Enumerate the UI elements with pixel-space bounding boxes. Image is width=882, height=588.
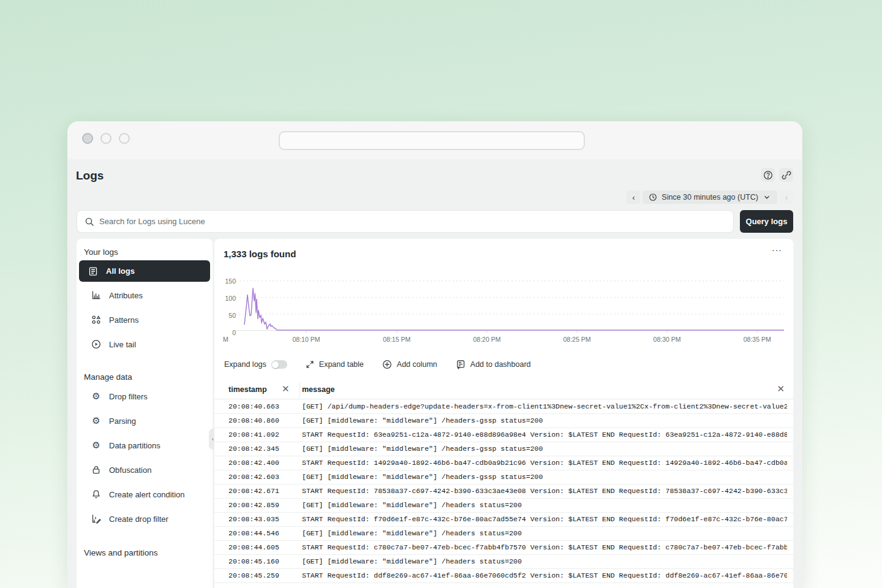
remove-timestamp-column-icon[interactable]: ✕ (282, 385, 290, 394)
log-timestamp: 20:08:43.035 (228, 515, 279, 523)
sidebar-item-drop-filters[interactable]: ⚙ Drop filters (77, 384, 213, 409)
sidebar-item-label: Obfuscation (109, 466, 151, 475)
sidebar-item-label: Patterns (109, 315, 138, 325)
chart-plot-area[interactable] (236, 273, 784, 333)
log-table-row[interactable]: 20:08:42.859 [GET] [middleware: "middlew… (214, 499, 793, 513)
sidebar-item-create-alert-condition[interactable]: Create alert condition (77, 482, 213, 507)
log-timestamp: 20:08:42.400 (228, 459, 279, 467)
log-message: [GET] [middleware: "middleware"] /header… (302, 417, 787, 424)
expand-table-label: Expand table (319, 360, 364, 369)
time-range-label: Since 30 minutes ago (UTC) (662, 193, 758, 202)
column-divider[interactable] (300, 382, 300, 398)
column-header-message[interactable]: message (302, 385, 335, 394)
window-zoom-button[interactable] (119, 133, 130, 144)
sidebar-item-label: Live tail (109, 340, 136, 349)
log-timestamp: 20:08:44.546 (228, 529, 279, 537)
gear-icon: ⚙ (91, 416, 101, 426)
sidebar-item-obfuscation[interactable]: Obfuscation (77, 458, 213, 482)
y-axis-tick-label: 150 (225, 277, 236, 285)
table-header: timestamp ✕ message ✕ (214, 381, 793, 399)
log-timestamp: 20:08:42.603 (228, 473, 279, 481)
dashboard-add-icon (456, 360, 466, 369)
log-table-row[interactable]: 20:08:42.345 [GET] [middleware: "middlew… (214, 442, 793, 456)
sidebar-heading-manage-data: Manage data (77, 356, 213, 384)
chevron-down-icon (763, 193, 771, 202)
log-message: START RequestId: 63ea9251-c12a-4872-9140… (302, 431, 787, 439)
log-table-row[interactable]: 20:08:42.603 [GET] [middleware: "middlew… (214, 470, 793, 484)
window-close-button[interactable] (82, 133, 93, 144)
x-axis-tick-label: 08:30 PM (654, 336, 681, 343)
sidebar-item-all-logs[interactable]: All logs (79, 260, 210, 282)
log-table-row[interactable]: 20:08:40.663 [GET] /api/dump-headers-edg… (214, 400, 793, 414)
log-message: [GET] [middleware: "middleware"] /header… (302, 501, 787, 509)
bell-icon (91, 489, 101, 499)
permalink-button[interactable] (779, 168, 793, 182)
plus-circle-icon (382, 360, 392, 369)
add-column-button[interactable]: Add column (382, 360, 437, 369)
sidebar-item-label: Data partitions (109, 441, 160, 450)
expand-logs-toggle[interactable]: Expand logs (224, 360, 287, 369)
search-input[interactable] (99, 217, 726, 226)
play-circle-icon (91, 339, 101, 349)
add-to-dashboard-button[interactable]: Add to dashboard (456, 360, 531, 369)
sidebar-item-label: Create alert condition (109, 490, 185, 499)
gear-icon: ⚙ (91, 391, 101, 401)
sidebar-item-create-drop-filter[interactable]: Create drop filter (77, 507, 213, 531)
time-range-bar: ‹ Since 30 minutes ago (UTC) › (627, 190, 793, 204)
x-axis-tick-label: 08:35 PM (744, 336, 771, 343)
time-prev-button[interactable]: ‹ (627, 190, 640, 204)
more-options-icon[interactable]: ··· (772, 245, 782, 255)
logs-found-count: 1,333 logs found (224, 249, 296, 259)
window-minimize-button[interactable] (100, 133, 111, 144)
time-range-picker[interactable]: Since 30 minutes ago (UTC) (643, 190, 777, 204)
log-table-row[interactable]: 20:08:44.605 START RequestId: c780c7a7-b… (214, 541, 793, 555)
log-timestamp: 20:08:42.345 (228, 445, 279, 453)
log-message: START RequestId: f70d6e1f-e87c-432c-b76e… (302, 515, 787, 523)
logs-histogram: 150100500 M 08:10 PM08:15 PM08:20 PM08:2… (224, 273, 784, 346)
sidebar: Your logs All logs Attributes Patterns L… (77, 239, 213, 588)
help-icon (763, 170, 773, 180)
log-timestamp: 20:08:42.671 (228, 487, 279, 495)
x-axis-tick-label: 08:10 PM (293, 336, 320, 343)
sidebar-item-data-partitions[interactable]: ⚙ Data partitions (77, 433, 213, 458)
log-table-row[interactable]: 20:08:41.092 START RequestId: 63ea9251-c… (214, 428, 793, 442)
column-header-timestamp[interactable]: timestamp (228, 385, 267, 394)
y-axis-tick-label: 50 (228, 312, 236, 319)
remove-message-column-icon[interactable]: ✕ (777, 385, 785, 394)
x-axis-tick-label: 08:15 PM (383, 336, 410, 343)
sidebar-item-label: Create drop filter (109, 514, 168, 524)
x-axis-tick-label: 08:25 PM (563, 336, 590, 343)
sidebar-item-label: Drop filters (109, 392, 148, 401)
time-next-button[interactable]: › (780, 190, 793, 204)
sidebar-item-live-tail[interactable]: Live tail (77, 332, 213, 356)
link-icon (782, 170, 791, 180)
log-table-row[interactable]: 20:08:40.860 [GET] [middleware: "middlew… (214, 414, 793, 428)
sidebar-item-label: Parsing (109, 417, 136, 426)
chart-pencil-icon (91, 514, 101, 524)
help-button[interactable] (761, 168, 775, 182)
clock-icon (649, 193, 657, 202)
sidebar-item-attributes[interactable]: Attributes (77, 283, 213, 307)
log-table-row[interactable]: 20:08:42.671 START RequestId: 78538a37-c… (214, 484, 793, 499)
x-axis-clipped-label: M (223, 336, 228, 343)
log-table-row[interactable]: 20:08:45.160 [GET] [middleware: "middlew… (214, 555, 793, 569)
document-lines-icon (88, 266, 98, 276)
url-bar[interactable] (279, 131, 585, 150)
sidebar-item-parsing[interactable]: ⚙ Parsing (77, 409, 213, 433)
log-message: [GET] /api/dump-headers-edge?update-head… (302, 402, 787, 410)
sidebar-item-patterns[interactable]: Patterns (77, 307, 213, 332)
log-message: START RequestId: 78538a37-c697-4242-b390… (302, 487, 787, 495)
log-rows: 20:08:40.663 [GET] /api/dump-headers-edg… (214, 400, 793, 588)
logs-chart-svg (236, 273, 784, 333)
query-logs-button[interactable]: Query logs (740, 210, 793, 233)
log-message: START RequestId: ddf8e269-ac67-41ef-86aa… (302, 571, 787, 579)
sidebar-item-label: All logs (106, 266, 135, 276)
log-message: START RequestId: c780c7a7-be07-47eb-bcec… (302, 543, 787, 551)
gear-icon: ⚙ (91, 440, 101, 450)
page-title: Logs (76, 169, 104, 183)
log-table-row[interactable]: 20:08:45.259 START RequestId: ddf8e269-a… (214, 569, 793, 583)
log-table-row[interactable]: 20:08:43.035 START RequestId: f70d6e1f-e… (214, 513, 793, 527)
log-table-row[interactable]: 20:08:44.546 [GET] [middleware: "middlew… (214, 527, 793, 541)
log-table-row[interactable]: 20:08:42.400 START RequestId: 14929a40-1… (214, 456, 793, 470)
expand-table-button[interactable]: Expand table (306, 360, 364, 369)
